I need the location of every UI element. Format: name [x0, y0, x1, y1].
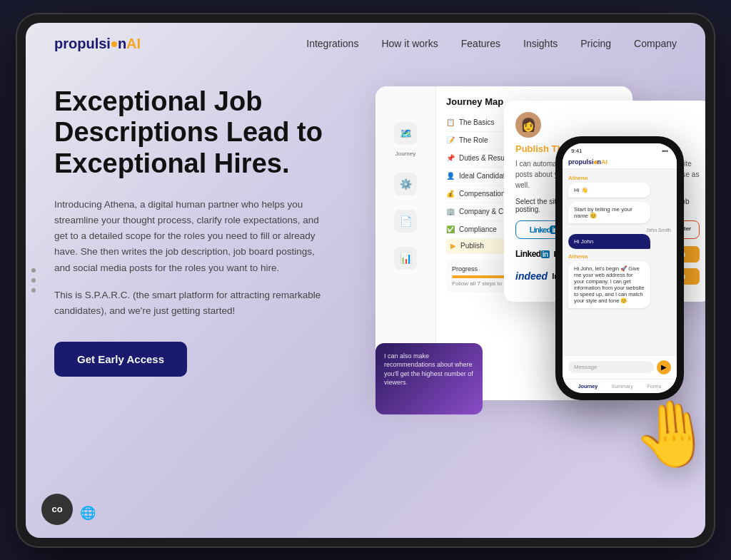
chat-message-1: Athena Hi 👋: [568, 175, 671, 198]
phone-mockup: 9:41 ▪▪▪ propulsinAI Athena: [541, 136, 698, 443]
phone-nav-forms[interactable]: Forms: [647, 384, 661, 389]
chat-message-2: Start by telling me your name 😊: [568, 202, 671, 223]
hero-title: Exceptional Job Descriptions Lead to Exc…: [54, 86, 354, 180]
globe-icon[interactable]: 🌐: [80, 505, 96, 521]
get-early-access-button[interactable]: Get Early Access: [54, 342, 187, 377]
phone-frame: 9:41 ▪▪▪ propulsinAI Athena: [555, 136, 684, 400]
phone-chat-area: Athena Hi 👋 Start by telling me your nam…: [563, 169, 677, 355]
phone-app-logo: propulsinAI: [568, 158, 608, 166]
nav-how-it-works[interactable]: How it works: [381, 38, 438, 49]
publish-avatar: 👩: [515, 112, 541, 138]
video-card-text: I can also make recommendations about wh…: [384, 352, 474, 387]
phone-screen: 9:41 ▪▪▪ propulsinAI Athena: [563, 143, 677, 393]
nav-pricing[interactable]: Pricing: [580, 38, 611, 49]
phone-nav-bar: propulsinAI: [563, 156, 677, 169]
hand-holding-phone-icon: 🤚: [630, 393, 705, 474]
logo-text: propulsinAI: [54, 36, 141, 52]
progress-label: Progress: [452, 265, 478, 273]
logo-dot-icon: [111, 41, 117, 47]
navbar: propulsinAI Integrations How it works Fe…: [26, 23, 705, 65]
phone-nav-journey[interactable]: Journey: [578, 384, 598, 389]
sidebar-journey-label: Journey: [381, 151, 430, 157]
phone-bottom-nav: Journey Summary Forms: [563, 379, 677, 393]
nav-insights[interactable]: Insights: [523, 38, 558, 49]
hero-left: Exceptional Job Descriptions Lead to Exc…: [54, 79, 354, 377]
chat-message-4: Athena Hi John, let's begin 🚀 Give me yo…: [568, 253, 671, 308]
tablet-screen: propulsinAI Integrations How it works Fe…: [26, 23, 705, 538]
phone-input-bar: Message ▶: [563, 355, 677, 379]
nav-integrations[interactable]: Integrations: [306, 38, 358, 49]
co-badge[interactable]: co: [41, 494, 73, 525]
sidebar-left: [26, 263, 41, 298]
phone-nav-summary[interactable]: Summary: [612, 384, 633, 389]
sidebar-journey-icon[interactable]: 🗺️: [394, 122, 417, 145]
logo: propulsinAI: [54, 36, 141, 52]
sidebar-dot-3: [31, 288, 36, 292]
phone-message-input[interactable]: Message: [568, 361, 654, 373]
sidebar-docs-icon[interactable]: 📄: [394, 210, 417, 233]
sidebar-settings-icon[interactable]: ⚙️: [394, 173, 417, 195]
phone-status-bar: 9:41 ▪▪▪: [563, 143, 677, 156]
nav-company[interactable]: Company: [634, 38, 677, 49]
nav-links: Integrations How it works Features Insig…: [306, 37, 677, 50]
sidebar-dot-2: [31, 278, 36, 282]
sidebar-chart-icon[interactable]: 📊: [394, 247, 417, 270]
chat-message-3: John Smith Hi John: [568, 228, 671, 249]
phone-signal-icons: ▪▪▪: [662, 148, 668, 154]
hero-section: Exceptional Job Descriptions Lead to Exc…: [26, 65, 705, 457]
hero-description-1: Introducing Athena, a digital human part…: [54, 197, 326, 276]
hero-description-2: This is S.P.A.R.C. (the smart platform f…: [54, 287, 326, 320]
phone-send-button[interactable]: ▶: [657, 360, 671, 375]
hero-right: 🗺️ Journey ⚙️ 📄 📊 Journey Map 📋The Basic…: [368, 79, 677, 457]
sidebar-dot-1: [31, 268, 36, 273]
tablet-frame: propulsinAI Integrations How it works Fe…: [16, 13, 715, 548]
phone-time: 9:41: [571, 148, 583, 154]
nav-features[interactable]: Features: [461, 38, 500, 49]
video-card: I can also make recommendations about wh…: [375, 343, 483, 414]
